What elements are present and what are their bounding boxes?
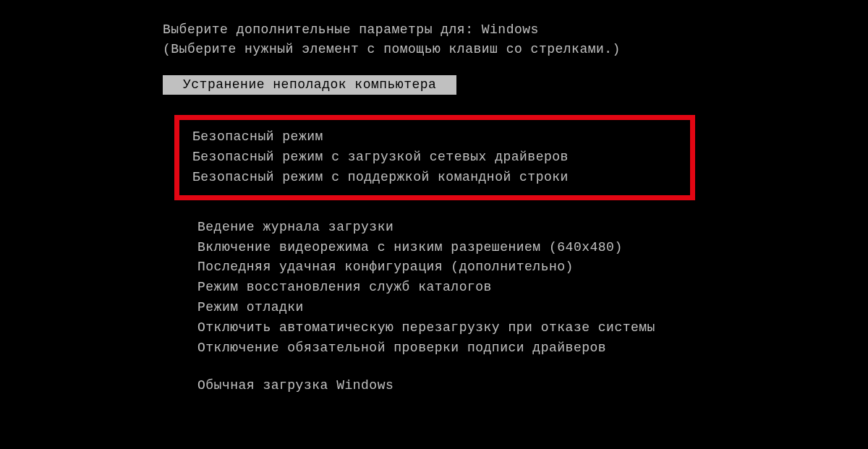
normal-boot-group: Обычная загрузка Windows: [197, 376, 868, 396]
option-safe-mode-networking[interactable]: Безопасный режим с загрузкой сетевых дра…: [192, 147, 683, 168]
boot-menu-instruction: (Выберите нужный элемент с помощью клави…: [163, 40, 868, 59]
option-directory-restore[interactable]: Режим восстановления служб каталогов: [197, 278, 868, 298]
safe-mode-highlight-box: Безопасный режим Безопасный режим с загр…: [174, 115, 695, 200]
option-disable-driver-sig[interactable]: Отключение обязательной проверки подписи…: [197, 338, 868, 359]
option-safe-mode[interactable]: Безопасный режим: [192, 127, 683, 147]
option-safe-mode-cmd[interactable]: Безопасный режим с поддержкой командной …: [192, 168, 683, 188]
option-normal-boot[interactable]: Обычная загрузка Windows: [197, 376, 868, 396]
option-last-known-good[interactable]: Последняя удачная конфигурация (дополнит…: [197, 257, 868, 278]
boot-options-group: Ведение журнала загрузки Включение видео…: [197, 218, 868, 359]
selected-option-repair[interactable]: Устранение неполадок компьютера: [163, 75, 456, 95]
option-disable-auto-restart[interactable]: Отключить автоматическую перезагрузку пр…: [197, 318, 868, 338]
option-boot-logging[interactable]: Ведение журнала загрузки: [197, 218, 868, 238]
option-debug-mode[interactable]: Режим отладки: [197, 298, 868, 318]
option-low-res-video[interactable]: Включение видеорежима с низким разрешени…: [197, 238, 868, 258]
boot-menu-title: Выберите дополнительные параметры для: W…: [163, 20, 868, 40]
